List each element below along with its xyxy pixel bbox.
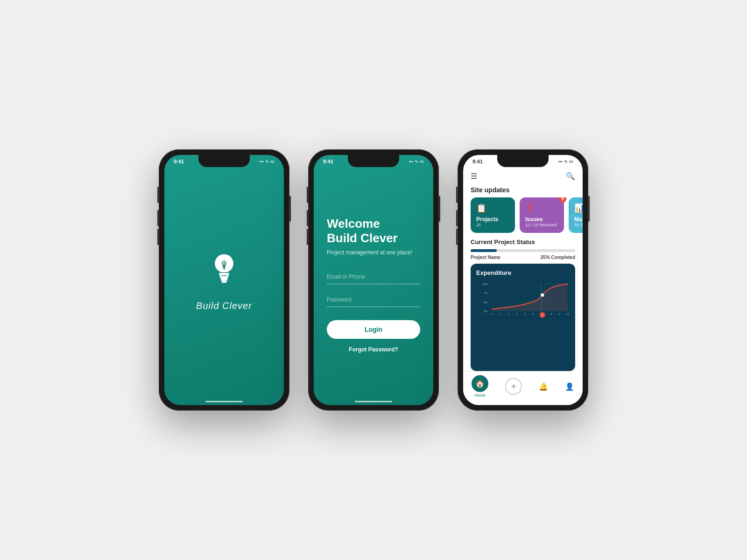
nav-bell[interactable]: 🔔: [539, 382, 548, 391]
battery-icon: ▭: [270, 159, 275, 164]
app-name-splash: Build Clever: [196, 301, 252, 311]
profile-icon: 👤: [565, 382, 574, 391]
cards-row: 📋 Projects 25 5 ❗ Issues 10 / 15 Resolve…: [463, 197, 583, 238]
svg-text:75k: 75k: [484, 292, 488, 294]
issues-sub: 10 / 15 Resolved: [525, 223, 558, 227]
project-status-section: Current Project Status Project Name 25% …: [463, 238, 583, 264]
status-time-1: 9:41: [174, 159, 184, 164]
bulb-icon: [203, 249, 245, 291]
svg-rect-1: [221, 279, 227, 281]
home-indicator-2: [355, 401, 392, 402]
phone-1: 9:41 ▪▪▪ ∿ ▭ Build Clever: [159, 149, 289, 411]
progress-bar-fill: [471, 249, 497, 252]
dashboard-screen: 9:41 ▪▪▪ ∿ ▭ ☰ 🔍 Site updates 📋 Projects: [463, 155, 583, 405]
nav-add[interactable]: +: [505, 378, 522, 395]
svg-text:6: 6: [532, 313, 534, 315]
battery-icon-2: ▭: [420, 159, 424, 164]
home-circle: 🏠: [472, 375, 488, 392]
status-icons-3: ▪▪▪ ∿ ▭: [558, 159, 573, 164]
signal-icon-2: ▪▪▪: [409, 159, 413, 164]
login-screen: 9:41 ▪▪▪ ∿ ▭ Welcome Build Clever Projec…: [314, 155, 433, 405]
projects-icon: 📋: [476, 203, 509, 213]
forgot-password[interactable]: Forgot Password?: [327, 346, 420, 353]
svg-text:7: 7: [542, 314, 543, 316]
bell-icon: 🔔: [539, 382, 548, 391]
splash-screen: 9:41 ▪▪▪ ∿ ▭ Build Clever: [164, 155, 284, 405]
materials-icon: 📊: [574, 203, 583, 213]
signal-icon: ▪▪▪: [259, 159, 264, 164]
project-progress-label: 25% Completed: [541, 255, 575, 260]
svg-text:4: 4: [516, 313, 518, 315]
status-time-2: 9:41: [323, 159, 333, 164]
svg-text:50k: 50k: [484, 301, 488, 304]
wifi-icon: ∿: [265, 159, 269, 164]
add-circle: +: [505, 378, 522, 395]
nav-profile[interactable]: 👤: [565, 382, 574, 391]
progress-bar-bg: [471, 249, 575, 252]
projects-card[interactable]: 📋 Projects 25: [471, 197, 515, 233]
expenditure-chart: Expenditure 100k 75k 50k: [471, 264, 575, 371]
notch-1: [198, 155, 250, 167]
projects-sub: 25: [476, 223, 509, 227]
projects-title: Projects: [476, 216, 509, 223]
home-indicator-1: [205, 401, 243, 402]
notch-3: [497, 155, 549, 167]
svg-point-21: [540, 293, 544, 297]
status-time-3: 9:41: [472, 159, 483, 164]
svg-text:2: 2: [500, 313, 501, 315]
project-name-label: Project Name: [471, 255, 500, 260]
issues-card[interactable]: 5 ❗ Issues 10 / 15 Resolved: [520, 197, 564, 233]
wifi-icon-3: ∿: [564, 159, 568, 164]
materials-card[interactable]: 📊 Ma... 50 S: [569, 197, 583, 233]
nav-home[interactable]: 🏠 Home: [472, 375, 488, 398]
svg-text:5: 5: [524, 313, 526, 315]
notch-2: [348, 155, 399, 167]
phone-3: 9:41 ▪▪▪ ∿ ▭ ☰ 🔍 Site updates 📋 Projects: [458, 149, 588, 411]
phone-2: 9:41 ▪▪▪ ∿ ▭ Welcome Build Clever Projec…: [308, 149, 439, 411]
issues-title: Issues: [525, 216, 558, 223]
issues-icon: ❗: [525, 203, 558, 213]
welcome-text: Welcome Build Clever: [327, 217, 420, 245]
login-button[interactable]: Login: [327, 320, 420, 339]
bottom-nav: 🏠 Home + 🔔 👤: [463, 371, 583, 405]
svg-text:10: 10: [566, 313, 569, 315]
search-icon[interactable]: 🔍: [566, 172, 575, 181]
project-labels: Project Name 25% Completed: [471, 255, 575, 260]
password-input[interactable]: [327, 293, 420, 307]
materials-title: Ma...: [574, 216, 583, 223]
email-input[interactable]: [327, 270, 420, 284]
battery-icon-3: ▭: [569, 159, 573, 164]
materials-sub: 50 S: [574, 223, 583, 227]
menu-icon[interactable]: ☰: [471, 172, 477, 181]
svg-text:0: 0: [492, 313, 493, 315]
status-icons-1: ▪▪▪ ∿ ▭: [259, 159, 275, 164]
login-tagline: Project management at one place!: [327, 249, 420, 256]
svg-text:8: 8: [550, 313, 552, 315]
svg-text:9: 9: [559, 313, 560, 315]
project-status-title: Current Project Status: [471, 238, 575, 245]
svg-rect-2: [222, 280, 227, 283]
wifi-icon-2: ∿: [415, 159, 418, 164]
svg-text:100k: 100k: [482, 283, 488, 286]
signal-icon-3: ▪▪▪: [558, 159, 563, 164]
site-updates-title: Site updates: [463, 184, 583, 197]
chart-title: Expenditure: [476, 269, 570, 276]
svg-text:3: 3: [508, 313, 509, 315]
chart-svg: 100k 75k 50k 25k 0 2 3 4 5 6: [476, 280, 570, 321]
issues-badge: 5: [559, 197, 566, 203]
svg-text:25k: 25k: [484, 310, 488, 313]
status-icons-2: ▪▪▪ ∿ ▭: [409, 159, 424, 164]
home-label: Home: [474, 393, 486, 398]
